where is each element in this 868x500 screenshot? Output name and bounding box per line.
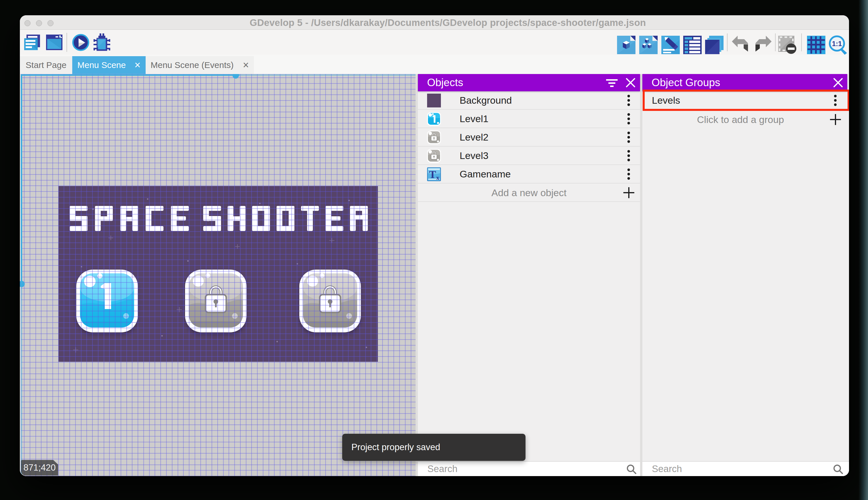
svg-text:1:1: 1:1	[832, 40, 842, 47]
svg-text:T: T	[429, 169, 436, 180]
svg-text:x: x	[436, 174, 439, 181]
